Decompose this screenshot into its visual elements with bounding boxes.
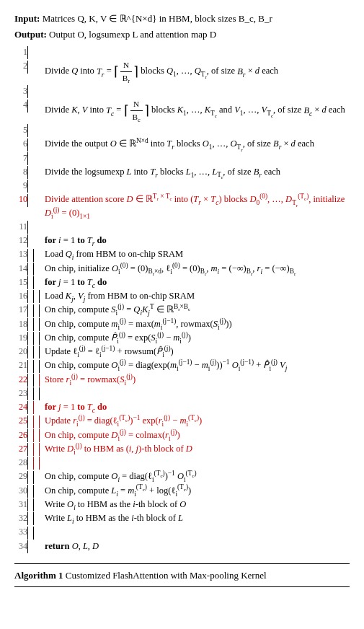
indent-bars (27, 428, 45, 442)
line-content (45, 525, 350, 539)
line-content: return O, L, D (45, 540, 350, 553)
algo-line: 3 (14, 84, 350, 98)
line-number: 2 (14, 59, 27, 84)
line-number: 26 (14, 428, 27, 442)
algo-line: 9 (14, 179, 350, 193)
line-content: On chip, compute Li = mi(Tc) + log(ℓi(Tc… (45, 484, 350, 498)
indent-bars (27, 193, 45, 220)
line-content: Divide the output O ∈ ℝN×d into Tr block… (45, 137, 350, 151)
line-content: On chip, compute Oi = diag(ℓi(Tc))−1 Oi(… (45, 470, 350, 483)
indent-bars (27, 179, 45, 193)
indent-bars (27, 234, 45, 247)
line-content (45, 179, 350, 193)
line-number: 5 (14, 123, 27, 137)
line-content: for i = 1 to Tr do (45, 234, 350, 247)
line-number: 21 (14, 359, 27, 372)
line-content: On chip, compute Di(j) = colmax(ri(j)) (45, 428, 350, 442)
line-number: 11 (14, 220, 27, 234)
line-number: 24 (14, 400, 27, 414)
indent-bars (27, 276, 45, 289)
line-number: 16 (14, 289, 27, 303)
algo-line: 26On chip, compute Di(j) = colmax(ri(j)) (14, 428, 350, 442)
indent-bars (27, 498, 45, 511)
line-number: 4 (14, 98, 27, 123)
indent-bars (27, 98, 45, 123)
algo-line: 24for j = 1 to Tc do (14, 400, 350, 414)
algo-line: 21On chip, compute Oi(j) = diag(exp(mi(j… (14, 359, 350, 372)
algo-line: 5 (14, 123, 350, 137)
indent-bars (27, 345, 45, 359)
indent-bars (27, 137, 45, 151)
indent-bars (27, 289, 45, 303)
indent-bars (27, 470, 45, 483)
caption-label: Algorithm 1 (14, 570, 63, 581)
line-number: 33 (14, 525, 27, 539)
line-number: 15 (14, 276, 27, 289)
indent-bars (27, 525, 45, 539)
indent-bars (27, 220, 45, 234)
algo-line: 25Update ri(j) = diag(ℓi(Tc))−1 exp(ri(j… (14, 414, 350, 428)
line-content: On chip, compute Si(j) = QiKjT ∈ ℝBr×Bc (45, 303, 350, 317)
indent-bars (27, 511, 45, 525)
line-content: On chip, compute Oi(j) = diag(exp(mi(j−1… (45, 359, 350, 372)
line-number: 6 (14, 137, 27, 151)
line-content (45, 84, 350, 98)
line-content: for j = 1 to Tc do (45, 400, 350, 414)
indent-bars (27, 165, 45, 179)
line-number: 22 (14, 373, 27, 387)
algo-line: 29On chip, compute Oi = diag(ℓi(Tc))−1 O… (14, 470, 350, 483)
indent-bars (27, 59, 45, 84)
line-content: On chip, compute P̂i(j) = exp(Si(j) − mi… (45, 331, 350, 345)
line-content: Divide the logsumexp L into Tr blocks L1… (45, 165, 350, 179)
algo-line: 16Load Kj, Vj from HBM to on-chip SRAM (14, 289, 350, 303)
indent-bars (27, 373, 45, 387)
indent-bars (27, 456, 45, 470)
indent-bars (27, 442, 45, 456)
line-number: 14 (14, 262, 27, 276)
algo-line: 15for j = 1 to Tc do (14, 276, 350, 289)
algo-line: 22Store ri(j) = rowmax(Si(j)) (14, 373, 350, 387)
line-number: 34 (14, 540, 27, 553)
algo-line: 2Divide Q into Tr = NBr blocks Q1, …, QT… (14, 59, 350, 84)
algo-line: 27Write Di(j) to HBM as (i, j)-th block … (14, 442, 350, 456)
indent-bars (27, 247, 45, 261)
algo-line: 12for i = 1 to Tr do (14, 234, 350, 247)
input-line: Input: Matrices Q, K, V ∈ ℝ^{N×d} in HBM… (14, 12, 350, 26)
algo-line: 13Load Qi from HBM to on-chip SRAM (14, 247, 350, 261)
algorithm-body: 12Divide Q into Tr = NBr blocks Q1, …, Q… (14, 45, 350, 553)
line-number: 28 (14, 456, 27, 470)
line-number: 1 (14, 45, 27, 59)
line-content: Update ri(j) = diag(ℓi(Tc))−1 exp(ri(j) … (45, 414, 350, 428)
line-content: On chip, compute mi(j) = max(mi(j−1), ro… (45, 317, 350, 331)
line-content: Load Qi from HBM to on-chip SRAM (45, 247, 350, 261)
line-number: 8 (14, 165, 27, 179)
indent-bars (27, 45, 45, 59)
algo-line: 30On chip, compute Li = mi(Tc) + log(ℓi(… (14, 484, 350, 498)
line-content (45, 45, 350, 59)
algo-line: 34return O, L, D (14, 540, 350, 553)
line-content (45, 220, 350, 234)
indent-bars (27, 359, 45, 372)
output-label: Output: (14, 29, 47, 40)
line-content: for j = 1 to Tc do (45, 276, 350, 289)
line-content: Load Kj, Vj from HBM to on-chip SRAM (45, 289, 350, 303)
algo-line: 8Divide the logsumexp L into Tr blocks L… (14, 165, 350, 179)
line-content: Divide attention score D ∈ ℝTr × Tc into… (45, 193, 350, 220)
output-text: Output O, logsumexp L and attention map … (47, 29, 216, 40)
algo-line: 18On chip, compute mi(j) = max(mi(j−1), … (14, 317, 350, 331)
algo-line: 32Write Li to HBM as the i-th block of L (14, 511, 350, 525)
algo-line: 20Update ℓi(j) = ℓi(j−1) + rowsum(P̂i(j)… (14, 345, 350, 359)
line-number: 13 (14, 247, 27, 261)
line-content (45, 123, 350, 137)
line-number: 7 (14, 151, 27, 165)
line-number: 29 (14, 470, 27, 483)
line-content (45, 151, 350, 165)
algo-line: 31Write Oi to HBM as the i-th block of O (14, 498, 350, 511)
indent-bars (27, 123, 45, 137)
line-content: Divide K, V into Tc = NBc blocks K1, …, … (45, 98, 350, 123)
algo-line: 1 (14, 45, 350, 59)
indent-bars (27, 387, 45, 400)
line-content: Write Oi to HBM as the i-th block of O (45, 498, 350, 511)
indent-bars (27, 84, 45, 98)
line-content: Divide Q into Tr = NBr blocks Q1, …, QTr… (45, 59, 350, 84)
